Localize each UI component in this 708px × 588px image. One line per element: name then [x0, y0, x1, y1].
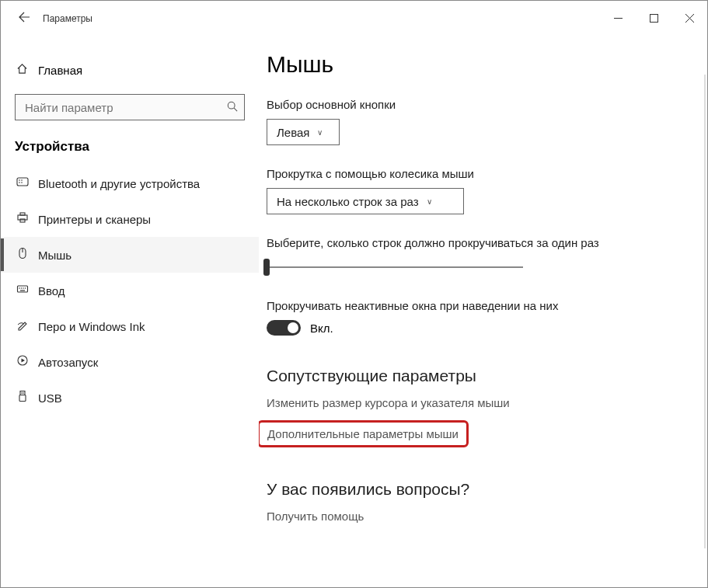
window-title: Параметры [40, 13, 92, 24]
sidebar-item-label: Ввод [38, 284, 65, 297]
slider-thumb[interactable] [263, 259, 270, 276]
settings-window: Параметры Главная [0, 0, 708, 588]
autoplay-icon [15, 354, 30, 370]
category-heading: Устройства [1, 134, 259, 165]
page-title: Мышь [267, 51, 679, 78]
lines-slider[interactable] [267, 257, 523, 277]
mouse-icon [15, 247, 30, 263]
bluetooth-icon [15, 176, 30, 191]
maximize-icon [650, 14, 658, 23]
inactive-scroll-label: Прокручивать неактивные окна при наведен… [267, 299, 679, 312]
svg-rect-6 [17, 178, 28, 186]
scroll-wheel-label: Прокрутка с помощью колесика мыши [267, 167, 679, 180]
inactive-scroll-toggle[interactable] [267, 320, 301, 336]
sidebar-item-printer[interactable]: Принтеры и сканеры [1, 201, 259, 237]
svg-point-9 [19, 182, 20, 183]
scroll-wheel-value: На несколько строк за раз [277, 195, 419, 208]
printer-icon [15, 211, 30, 227]
sidebar: Главная Устройства Bluetooth и другие ус… [1, 36, 259, 587]
additional-mouse-settings-link[interactable]: Дополнительные параметры мыши [259, 420, 469, 447]
chevron-down-icon: ∨ [317, 128, 323, 137]
help-heading: У вас появились вопросы? [267, 480, 679, 499]
svg-rect-12 [20, 213, 25, 215]
toggle-state-label: Вкл. [310, 322, 333, 335]
svg-rect-24 [20, 391, 25, 395]
window-controls [600, 1, 707, 36]
svg-rect-16 [18, 286, 28, 292]
sidebar-item-label: Bluetooth и другие устройства [38, 177, 200, 190]
sidebar-item-keyboard[interactable]: Ввод [1, 273, 259, 308]
sidebar-item-label: Автозапуск [38, 356, 98, 369]
svg-marker-23 [22, 359, 26, 363]
get-help-link[interactable]: Получить помощь [267, 510, 364, 523]
back-button[interactable] [9, 11, 40, 26]
keyboard-icon [15, 283, 30, 298]
nav-list: Bluetooth и другие устройстваПринтеры и … [1, 165, 259, 416]
slider-track [267, 266, 523, 268]
titlebar: Параметры [1, 1, 707, 36]
sidebar-item-label: Мышь [38, 249, 71, 262]
search-icon [227, 101, 238, 114]
cursor-size-link[interactable]: Изменить размер курсора и указателя мыши [267, 396, 510, 409]
svg-point-4 [228, 102, 235, 109]
primary-button-value: Левая [277, 126, 309, 139]
chevron-down-icon: ∨ [427, 197, 432, 206]
close-button[interactable] [671, 1, 707, 36]
svg-rect-1 [650, 15, 657, 23]
search-box[interactable] [15, 94, 245, 120]
content-pane: Мышь Выбор основной кнопки Левая ∨ Прокр… [259, 36, 707, 587]
home-link[interactable]: Главная [1, 55, 259, 85]
sidebar-item-label: Принтеры и сканеры [38, 213, 151, 226]
pen-icon [15, 318, 30, 334]
home-label: Главная [38, 64, 82, 77]
usb-icon [15, 390, 30, 405]
related-heading: Сопутствующие параметры [267, 367, 679, 385]
lines-label: Выберите, сколько строк должно прокручив… [267, 236, 679, 249]
sidebar-item-mouse[interactable]: Мышь [1, 237, 259, 273]
sidebar-item-label: USB [38, 391, 62, 405]
scroll-wheel-combo[interactable]: На несколько строк за раз ∨ [267, 188, 464, 214]
sidebar-item-label: Перо и Windows Ink [38, 320, 145, 333]
sidebar-item-bluetooth[interactable]: Bluetooth и другие устройства [1, 165, 259, 201]
svg-rect-25 [19, 395, 26, 402]
svg-point-8 [21, 179, 23, 181]
scrollbar[interactable] [704, 75, 706, 548]
back-arrow-icon [18, 11, 30, 23]
close-icon [685, 14, 694, 23]
minimize-icon [614, 14, 623, 23]
svg-point-7 [19, 179, 20, 181]
maximize-button[interactable] [636, 1, 671, 36]
minimize-button[interactable] [600, 1, 636, 36]
primary-button-label: Выбор основной кнопки [267, 98, 679, 111]
sidebar-item-usb[interactable]: USB [1, 380, 259, 416]
svg-point-10 [21, 182, 23, 183]
sidebar-item-autoplay[interactable]: Автозапуск [1, 344, 259, 380]
home-icon [16, 63, 28, 77]
search-input[interactable] [23, 100, 227, 115]
primary-button-combo[interactable]: Левая ∨ [267, 119, 340, 145]
svg-line-5 [234, 108, 237, 111]
sidebar-item-pen[interactable]: Перо и Windows Ink [1, 308, 259, 344]
